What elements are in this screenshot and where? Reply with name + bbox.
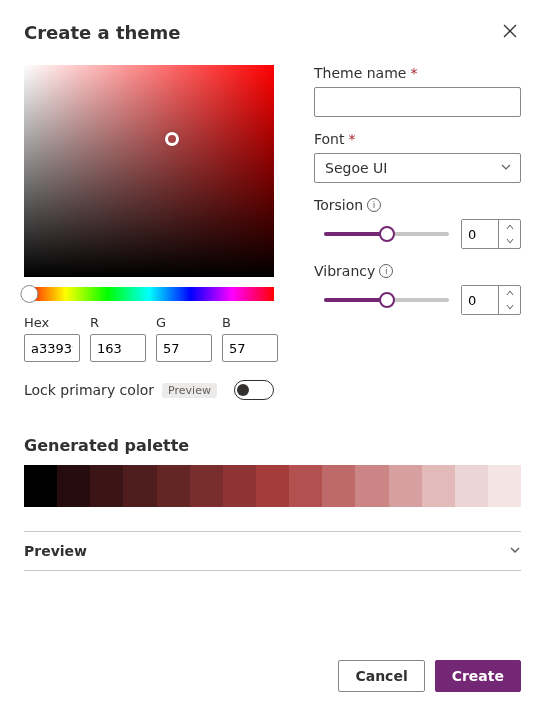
color-picker: Hex R G B Lock primary color Prev	[24, 65, 274, 400]
dialog-header: Create a theme	[24, 20, 521, 45]
b-label: B	[222, 315, 278, 330]
palette-swatch	[355, 465, 388, 507]
required-marker: *	[348, 131, 355, 147]
generated-palette-title: Generated palette	[24, 436, 521, 455]
palette-swatch	[289, 465, 322, 507]
vibrancy-slider-thumb[interactable]	[379, 292, 395, 308]
palette-swatch	[256, 465, 289, 507]
r-input[interactable]	[90, 334, 146, 362]
dialog-footer: Cancel Create	[338, 660, 521, 692]
font-select[interactable]: Segoe UI	[314, 153, 521, 183]
g-label: G	[156, 315, 212, 330]
lock-primary-toggle[interactable]	[234, 380, 274, 400]
close-button[interactable]	[499, 20, 521, 45]
palette-swatch	[24, 465, 57, 507]
hex-input[interactable]	[24, 334, 80, 362]
torsion-slider[interactable]	[324, 224, 449, 244]
vibrancy-decrement[interactable]	[499, 300, 520, 314]
r-label: R	[90, 315, 146, 330]
preview-badge: Preview	[162, 383, 217, 398]
lock-primary-label: Lock primary color	[24, 382, 154, 398]
info-icon[interactable]: i	[367, 198, 381, 212]
palette-swatch	[422, 465, 455, 507]
palette-swatch	[57, 465, 90, 507]
font-selected-value: Segoe UI	[325, 160, 387, 176]
hue-slider-handle[interactable]	[20, 285, 38, 303]
close-icon	[503, 24, 517, 38]
hex-label: Hex	[24, 315, 80, 330]
palette-swatch	[322, 465, 355, 507]
dialog-title: Create a theme	[24, 22, 181, 43]
palette-swatch	[90, 465, 123, 507]
palette-swatch	[157, 465, 190, 507]
torsion-slider-thumb[interactable]	[379, 226, 395, 242]
vibrancy-increment[interactable]	[499, 286, 520, 300]
vibrancy-spinbutton[interactable]	[461, 285, 521, 315]
chevron-down-icon	[509, 543, 521, 559]
torsion-label: Torsion i	[314, 197, 521, 213]
palette-swatch	[455, 465, 488, 507]
cancel-button[interactable]: Cancel	[338, 660, 424, 692]
vibrancy-value-input[interactable]	[462, 286, 498, 314]
main-content: Hex R G B Lock primary color Prev	[24, 65, 521, 400]
palette-swatch	[223, 465, 256, 507]
torsion-increment[interactable]	[499, 220, 520, 234]
palette-swatch	[123, 465, 156, 507]
saturation-value-area[interactable]	[24, 65, 274, 277]
toggle-knob	[237, 384, 249, 396]
g-input[interactable]	[156, 334, 212, 362]
lock-primary-row: Lock primary color Preview	[24, 380, 274, 400]
saturation-value-handle[interactable]	[165, 132, 179, 146]
chevron-down-icon	[500, 160, 512, 176]
palette-swatch	[389, 465, 422, 507]
create-button[interactable]: Create	[435, 660, 521, 692]
required-marker: *	[410, 65, 417, 81]
b-input[interactable]	[222, 334, 278, 362]
vibrancy-slider[interactable]	[324, 290, 449, 310]
torsion-decrement[interactable]	[499, 234, 520, 248]
palette-swatch	[488, 465, 521, 507]
preview-expander[interactable]: Preview	[24, 531, 521, 571]
palette-swatch	[190, 465, 223, 507]
theme-name-label: Theme name*	[314, 65, 521, 81]
preview-label: Preview	[24, 543, 87, 559]
color-input-row: Hex R G B	[24, 315, 274, 362]
hue-slider[interactable]	[24, 287, 274, 301]
info-icon[interactable]: i	[379, 264, 393, 278]
font-label: Font*	[314, 131, 521, 147]
vibrancy-label: Vibrancy i	[314, 263, 521, 279]
generated-palette	[24, 465, 521, 507]
torsion-value-input[interactable]	[462, 220, 498, 248]
theme-name-input[interactable]	[314, 87, 521, 117]
theme-form: Theme name* Font* Segoe UI Torsion i	[314, 65, 521, 400]
torsion-spinbutton[interactable]	[461, 219, 521, 249]
create-theme-dialog: Create a theme Hex R	[0, 0, 545, 716]
